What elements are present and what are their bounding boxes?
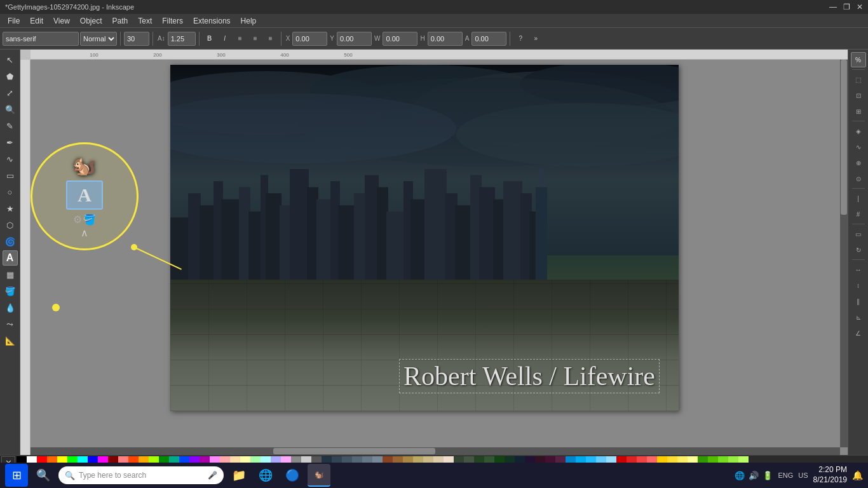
taskbar-app[interactable]: 🔵 (281, 464, 304, 487)
align-center-button[interactable]: ≡ (248, 32, 262, 46)
snap-angle-button[interactable]: ∠ (851, 325, 866, 341)
pencil-tool-button[interactable]: ✎ (3, 118, 18, 133)
taskbar-browser[interactable]: 🌐 (254, 464, 277, 487)
taskbar-search-box[interactable]: 🔍 Type here to search 🎤 (58, 466, 224, 484)
x-coord-input[interactable] (292, 32, 327, 46)
gradient-tool-button[interactable]: ▦ (3, 267, 18, 282)
tray-sound-icon[interactable]: 🔊 (749, 471, 759, 480)
align-left-button[interactable]: ≡ (233, 32, 247, 46)
maximize-button[interactable]: ❐ (843, 3, 850, 11)
bucket-icon-zoom: 🪣 (83, 214, 96, 226)
hscroll-thumb[interactable] (273, 448, 435, 454)
w-input[interactable] (383, 32, 417, 46)
h-input[interactable] (428, 32, 463, 46)
toolbar-separator-5 (510, 32, 510, 46)
connector-tool-button[interactable]: ⤳ (3, 316, 18, 332)
toolbar-separator-3 (199, 32, 200, 46)
start-button[interactable]: ⊞ (5, 464, 28, 487)
gear-icon-zoom: ⚙ (73, 214, 82, 226)
menu-extensions[interactable]: Extensions (188, 15, 236, 27)
clock-date: 8/21/2019 (813, 475, 847, 485)
svg-rect-32 (479, 187, 495, 290)
node-tool-button[interactable]: ⬟ (3, 69, 18, 84)
snap-intersect-button[interactable]: ⊕ (851, 155, 866, 170)
a-input[interactable] (471, 32, 506, 46)
circle-tool-button[interactable]: ○ (3, 184, 18, 200)
close-button[interactable]: ✕ (857, 3, 863, 11)
y-coord-input[interactable] (337, 32, 372, 46)
paint-bucket-button[interactable]: 🪣 (3, 283, 18, 299)
svg-rect-27 (410, 199, 426, 290)
snap-perp-button[interactable]: ⊾ (851, 309, 866, 325)
menu-filters[interactable]: Filters (157, 15, 188, 27)
select-tool-button[interactable]: ↖ (3, 52, 18, 67)
canvas-area[interactable]: 100 200 300 400 500 (20, 50, 848, 455)
horizontal-scrollbar[interactable] (31, 447, 840, 455)
snap-center-button[interactable]: ⊙ (851, 171, 866, 186)
italic-button[interactable]: I (218, 32, 232, 46)
align-right-button[interactable]: ≡ (264, 32, 278, 46)
notification-icon[interactable]: 🔔 (852, 470, 863, 480)
menu-help[interactable]: Help (236, 15, 262, 27)
font-style-select[interactable]: Normal Bold Italic (80, 32, 117, 46)
canvas-text[interactable]: Robert Wells / Lifewire (399, 359, 660, 393)
font-family-input[interactable] (3, 32, 79, 46)
bold-button[interactable]: B (203, 32, 217, 46)
snap-nodes-button[interactable]: ◈ (851, 123, 866, 139)
font-size-input[interactable] (124, 32, 149, 46)
snap-bbox-edge-button[interactable]: ⊡ (851, 88, 866, 103)
overflow-button[interactable]: » (529, 32, 543, 46)
calligraphy-tool-button[interactable]: ∿ (3, 151, 18, 166)
text-tool-button[interactable]: A (3, 250, 18, 266)
snap-ext2-button[interactable]: ↕ (851, 278, 866, 293)
windows-icon: ⊞ (12, 468, 22, 482)
taskbar-inkscape[interactable]: 🐿️ (308, 464, 330, 487)
snap-path-button[interactable]: ∿ (851, 139, 866, 154)
snap-bbox-mid-button[interactable]: ⊞ (851, 104, 866, 119)
snap-page-button[interactable]: ▭ (851, 226, 866, 241)
snap-rotate-button[interactable]: ↻ (851, 242, 866, 257)
dropper-tool-button[interactable]: 💧 (3, 300, 18, 315)
snap-toggle-button[interactable]: % (851, 52, 866, 67)
minimize-button[interactable]: — (829, 3, 837, 11)
measure-tool-button[interactable]: 📐 (3, 333, 18, 348)
snap-ext1-button[interactable]: ↔ (851, 262, 866, 277)
snap-sep-2 (852, 121, 865, 121)
star-tool-button[interactable]: ★ (3, 201, 18, 216)
3dbox-tool-button[interactable]: ⬡ (3, 217, 18, 233)
line-height-input[interactable] (168, 32, 196, 46)
menu-edit[interactable]: Edit (25, 15, 48, 27)
pen-tool-button[interactable]: ✒ (3, 135, 18, 150)
snap-grid-button[interactable]: # (851, 207, 866, 222)
taskbar-file-explorer[interactable]: 📁 (227, 464, 250, 487)
vertical-scrollbar[interactable] (840, 60, 848, 447)
tray-icons: 🌐 🔊 🔋 (735, 471, 773, 480)
canvas-scroll[interactable]: Robert Wells / Lifewire 🐿️ A ⚙ 🪣 ∧ (31, 60, 840, 447)
horizontal-ruler: 100 200 300 400 500 (31, 50, 848, 60)
snap-guide-button[interactable]: | (851, 191, 866, 206)
taskbar-search-icon[interactable]: 🔍 (32, 464, 55, 487)
menu-view[interactable]: View (48, 15, 75, 27)
search-placeholder: Type here to search (79, 471, 146, 480)
snap-parallel-button[interactable]: ∥ (851, 294, 866, 309)
help-button[interactable]: ? (513, 32, 527, 46)
canvas-document[interactable]: Robert Wells / Lifewire (170, 65, 679, 411)
vscroll-thumb[interactable] (841, 60, 847, 215)
tray-network-icon[interactable]: 🌐 (735, 471, 745, 480)
snap-bbox-button[interactable]: ⬚ (851, 72, 866, 87)
tweak-tool-button[interactable]: ⤢ (3, 85, 18, 100)
tray-battery-icon[interactable]: 🔋 (763, 471, 773, 480)
zoom-tool-button[interactable]: 🔍 (3, 102, 18, 117)
menu-text[interactable]: Text (133, 15, 157, 27)
zoom-inner-content: 🐿️ A ⚙ 🪣 ∧ (60, 148, 109, 245)
menu-path[interactable]: Path (107, 15, 133, 27)
menu-object[interactable]: Object (75, 15, 107, 27)
menu-file[interactable]: File (3, 15, 25, 27)
menubar: File Edit View Object Path Text Filters … (0, 14, 868, 28)
svg-rect-13 (248, 211, 262, 290)
system-clock[interactable]: 2:20 PM 8/21/2019 (813, 465, 847, 485)
titlebar: *GettyImages-1052974200.jpg - Inkscape —… (0, 0, 868, 14)
spiral-tool-button[interactable]: 🌀 (3, 234, 18, 249)
rect-tool-button[interactable]: ▭ (3, 168, 18, 183)
main-area: ↖ ⬟ ⤢ 🔍 ✎ ✒ ∿ ▭ ○ ★ ⬡ 🌀 A ▦ 🪣 💧 ⤳ 📐 100 … (0, 50, 868, 455)
